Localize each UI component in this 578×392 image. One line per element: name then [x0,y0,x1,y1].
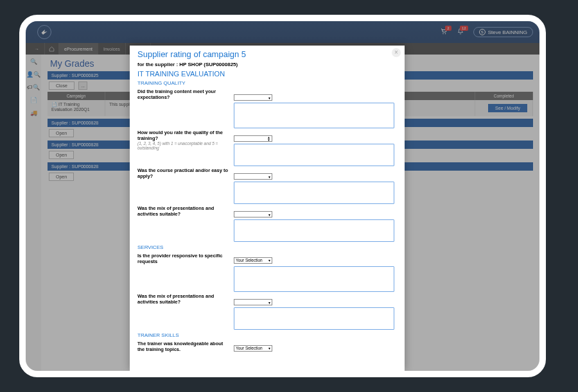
q5-label: Is the provider responsive to specific r… [137,253,223,264]
question-row: Was the mix of presentations and activit… [137,205,397,242]
q4-label: Was the mix of presentations and activit… [137,205,214,217]
q6-textarea[interactable] [234,307,394,330]
q3-label: Was the course practical and/or easy to … [137,167,228,179]
screen: 2 12 S Steve BAINNING → eProcurement Inv… [26,21,539,371]
question-row: Did the training content meet your expec… [137,89,397,128]
q2-number-input[interactable]: ▲▼ [234,135,272,142]
q6-select[interactable]: ▾ [234,299,272,305]
q2-textarea[interactable] [234,144,394,166]
modal-section-quality: TRAINING QUALITY [137,80,397,86]
modal-title: Supplier rating of campaign 5 [137,49,397,59]
chevron-down-icon: ▾ [268,175,270,179]
question-row: Is the provider responsive to specific r… [137,253,397,292]
chevron-down-icon: ▾ [268,212,270,217]
close-icon[interactable]: × [392,48,401,57]
q7-label: The trainer was knowledgeable about the … [137,341,223,352]
modal-section-services: SERVICES [137,244,397,250]
q5-textarea[interactable] [234,266,394,292]
modal-section-trainer: TRAINER SKILLS [137,332,397,338]
chevron-down-icon: ▾ [268,346,270,350]
chevron-down-icon: ▾ [268,96,270,100]
q5-select[interactable]: Your Selection▾ [234,257,272,264]
q1-select[interactable]: ▾ [234,94,272,101]
q4-textarea[interactable] [234,219,394,242]
chevron-down-icon: ▾ [268,300,270,305]
q3-select[interactable]: ▾ [234,173,272,180]
q2-label: How would you rate the quality of the tr… [137,130,223,141]
q3-textarea[interactable] [234,182,394,204]
question-row: Was the mix of presentations and activit… [137,293,397,330]
q4-select[interactable]: ▾ [234,211,272,217]
rating-modal: × Supplier rating of campaign 5 for the … [130,46,405,371]
q1-label: Did the training content meet your expec… [137,89,216,100]
spinner-icon: ▲▼ [267,136,270,141]
tablet-frame: 2 12 S Steve BAINNING → eProcurement Inv… [19,15,546,377]
question-row: The trainer was knowledgeable about the … [137,341,397,352]
modal-section-eval: IT TRAINING EVALUATION [137,70,397,78]
q6-label: Was the mix of presentations and activit… [137,293,214,305]
modal-subtitle: for the supplier : HP SHOP (SUP0000825) [137,62,397,67]
q7-select[interactable]: Your Selection▾ [234,345,272,352]
q2-hint: (1, 2, 3, 4, 5) with 1 = unacceptable an… [137,141,229,150]
question-row: How would you rate the quality of the tr… [137,130,397,166]
chevron-down-icon: ▾ [268,258,270,262]
q7-select-value: Your Selection [236,346,263,350]
q1-textarea[interactable] [234,103,394,128]
q5-select-value: Your Selection [236,258,263,262]
question-row: Was the course practical and/or easy to … [137,167,397,204]
